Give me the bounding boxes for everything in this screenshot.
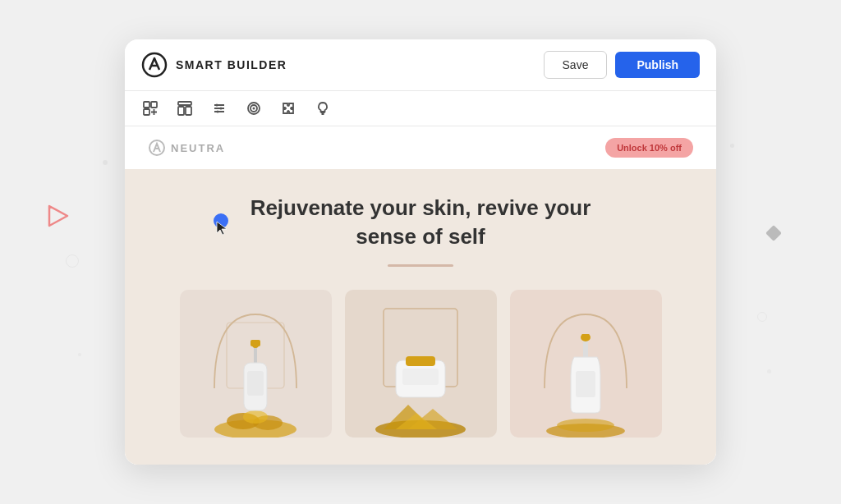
product-card-1	[180, 290, 332, 438]
cursor-arrow	[215, 220, 228, 240]
svg-rect-9	[178, 102, 191, 105]
bulb-icon[interactable]	[314, 99, 332, 117]
svg-rect-6	[144, 109, 149, 115]
svg-rect-5	[151, 102, 157, 108]
svg-rect-48	[576, 371, 595, 397]
toolbar	[125, 91, 716, 126]
unlock-badge[interactable]: Unlock 10% off	[605, 138, 693, 158]
hero-divider	[388, 264, 453, 267]
neutra-header: NEUTRA Unlock 10% off	[125, 126, 716, 169]
cursor	[214, 213, 230, 233]
main-card: SMART BUILDER Save Publish	[125, 39, 716, 465]
svg-point-16	[220, 108, 223, 110]
navbar-actions: Save Publish	[544, 51, 700, 79]
svg-point-44	[557, 419, 614, 432]
decorative-dot-4	[767, 369, 771, 373]
svg-marker-0	[49, 206, 67, 226]
decorative-dot-1	[103, 160, 108, 165]
neutra-logo: NEUTRA	[148, 139, 225, 157]
svg-rect-41	[406, 356, 435, 366]
publish-button[interactable]: Publish	[615, 52, 700, 78]
decorative-diamond	[762, 222, 785, 248]
sliders-icon[interactable]	[210, 99, 228, 117]
svg-rect-11	[186, 107, 191, 115]
preview-area: NEUTRA Unlock 10% off Rejuvenate your sk…	[125, 126, 716, 465]
hero-section: Rejuvenate your skin, revive your sense …	[125, 169, 716, 465]
neutra-logo-text: NEUTRA	[171, 142, 225, 154]
neutra-logo-icon	[148, 139, 166, 157]
svg-rect-31	[254, 346, 257, 363]
target-icon[interactable]	[245, 99, 263, 117]
cursor-dot	[214, 213, 228, 228]
decorative-play	[43, 201, 72, 231]
navbar: SMART BUILDER Save Publish	[125, 39, 716, 91]
save-button[interactable]: Save	[544, 51, 608, 79]
decorative-dot-2	[730, 144, 734, 148]
decorative-circle-1	[66, 254, 79, 268]
puzzle-icon[interactable]	[279, 99, 297, 117]
svg-point-32	[252, 341, 259, 348]
hero-title: Rejuvenate your skin, revive your sense …	[248, 194, 593, 251]
svg-point-15	[216, 104, 218, 107]
svg-point-17	[217, 111, 219, 113]
product-card-2	[345, 290, 497, 438]
svg-point-20	[253, 108, 255, 110]
tube-1	[388, 352, 453, 413]
preview-page: NEUTRA Unlock 10% off Rejuvenate your sk…	[125, 126, 716, 465]
decorative-dot-3	[78, 353, 81, 356]
svg-rect-34	[247, 371, 264, 396]
product-card-3	[510, 290, 662, 438]
svg-rect-46	[583, 339, 588, 357]
svg-rect-4	[144, 102, 149, 108]
products-row	[141, 290, 700, 438]
decorative-circle-2	[757, 312, 767, 322]
svg-rect-1	[765, 225, 782, 241]
brand-name: SMART BUILDER	[176, 58, 287, 71]
brand-logo-icon	[141, 52, 168, 78]
bottle-1	[239, 340, 272, 417]
svg-rect-42	[402, 369, 439, 385]
svg-point-47	[581, 334, 591, 341]
bottle-2	[568, 334, 604, 419]
add-section-icon[interactable]	[141, 99, 159, 117]
layout-icon[interactable]	[176, 99, 194, 117]
svg-rect-10	[178, 107, 184, 115]
brand: SMART BUILDER	[141, 52, 287, 78]
